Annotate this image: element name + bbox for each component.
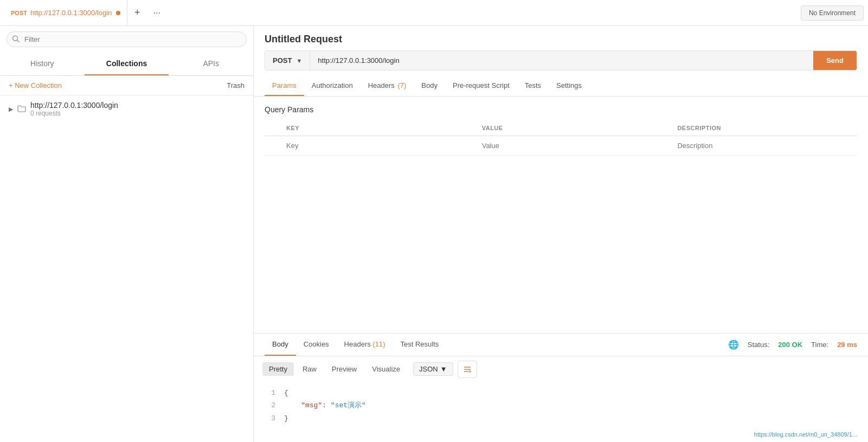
code-line-2: 2 "msg": "set演示" [265, 399, 857, 412]
send-button[interactable]: Send [813, 51, 857, 70]
code-line-1: 1 { [265, 387, 857, 399]
resp-tab-test-results[interactable]: Test Results [393, 334, 447, 356]
time-label: Time: [811, 341, 828, 349]
status-value: 200 OK [778, 341, 802, 349]
params-key-header: KEY [281, 120, 477, 136]
tab-url: http://127.0.0.1:3000/login [30, 9, 112, 17]
tab-params[interactable]: Params [265, 76, 304, 96]
new-collection-button[interactable]: + New Collection [9, 81, 62, 89]
sidebar-tab-collections[interactable]: Collections [85, 53, 169, 75]
search-wrap [7, 31, 247, 47]
response-body-code: 1 { 2 "msg": "set演示" 3 } [254, 382, 868, 429]
request-title: Untitled Request [254, 26, 868, 50]
unsaved-dot [116, 11, 120, 15]
params-section: Query Params KEY VALUE DESCRIPTION [254, 97, 868, 333]
resp-tab-cookies[interactable]: Cookies [296, 334, 337, 356]
format-raw-button[interactable]: Raw [296, 362, 323, 376]
params-row-key[interactable] [281, 136, 477, 156]
tab-settings[interactable]: Settings [549, 76, 589, 96]
request-panel: Untitled Request POST ▼ Send Params Auth… [254, 26, 868, 442]
tab-tests[interactable]: Tests [517, 76, 549, 96]
filter-input[interactable] [7, 31, 247, 47]
sidebar-actions: + New Collection Trash [0, 76, 253, 95]
method-label: POST [273, 56, 292, 65]
svg-line-1 [17, 40, 20, 42]
json-key-msg: "msg" [301, 401, 322, 409]
request-tab[interactable]: POST http://127.0.0.1:3000/login [4, 0, 127, 25]
sidebar-tab-apis[interactable]: APIs [169, 53, 253, 75]
more-tabs-button[interactable]: ··· [147, 3, 166, 23]
params-desc-header: DESCRIPTION [672, 120, 857, 136]
format-pretty-button[interactable]: Pretty [262, 362, 294, 376]
format-preview-button[interactable]: Preview [325, 362, 363, 376]
tab-prerequest[interactable]: Pre-request Script [445, 76, 517, 96]
params-value-header: VALUE [477, 120, 672, 136]
tab-method: POST [11, 10, 27, 16]
sidebar-search-area [0, 26, 253, 53]
method-selector[interactable]: POST ▼ [265, 51, 310, 70]
json-colon: : [322, 401, 326, 409]
resp-headers-badge: (11) [372, 340, 385, 348]
tab-body[interactable]: Body [414, 76, 445, 96]
resp-tab-headers[interactable]: Headers (11) [337, 334, 393, 356]
environment-selector[interactable]: No Environment [801, 5, 864, 21]
code-line-3: 3 } [265, 412, 857, 425]
params-row-value[interactable] [477, 136, 672, 156]
resp-tab-body[interactable]: Body [265, 334, 296, 356]
globe-icon: 🌐 [728, 339, 739, 350]
headers-badge: (7) [397, 81, 406, 89]
params-empty-row [265, 136, 857, 156]
time-value: 29 ms [837, 341, 857, 349]
top-tab-bar: POST http://127.0.0.1:3000/login + ··· N… [0, 0, 868, 26]
sidebar: History Collections APIs + New Collectio… [0, 26, 254, 442]
status-label: Status: [748, 341, 769, 349]
format-visualize-button[interactable]: Visualize [365, 362, 407, 376]
line-number-2: 2 [265, 399, 275, 412]
tab-headers[interactable]: Headers (7) [361, 76, 414, 96]
query-params-title: Query Params [265, 105, 857, 114]
response-status-info: 🌐 Status: 200 OK Time: 29 ms [728, 339, 857, 350]
add-tab-button[interactable]: + [127, 3, 147, 23]
json-value-msg: "set演示" [331, 401, 366, 409]
collection-info: http://127.0.0.1:3000/login 0 requests [30, 101, 118, 117]
method-dropdown-icon: ▼ [296, 57, 302, 64]
search-icon [12, 35, 20, 44]
desc-input[interactable] [677, 142, 852, 150]
params-check-col [265, 120, 281, 136]
main-layout: History Collections APIs + New Collectio… [0, 26, 868, 442]
collection-name: http://127.0.0.1:3000/login [30, 101, 118, 110]
footer-link[interactable]: https://blog.csdn.net/m0_un_34809/1... [254, 429, 868, 442]
request-tabs: Params Authorization Headers (7) Body Pr… [254, 76, 868, 97]
sidebar-tab-history[interactable]: History [0, 53, 85, 75]
folder-icon [17, 105, 26, 114]
params-row-check [265, 136, 281, 156]
url-bar: POST ▼ Send [265, 50, 857, 71]
chevron-right-icon: ▶ [9, 106, 13, 113]
line-3-content: } [284, 412, 288, 425]
trash-button[interactable]: Trash [227, 81, 245, 89]
line-1-content: { [284, 387, 288, 399]
line-number-1: 1 [265, 387, 275, 399]
format-type-selector[interactable]: JSON ▼ [413, 362, 453, 376]
value-input[interactable] [482, 142, 667, 150]
collection-item[interactable]: ▶ http://127.0.0.1:3000/login 0 requests [0, 95, 253, 123]
format-type-label: JSON [419, 365, 438, 373]
params-header-row: KEY VALUE DESCRIPTION [265, 120, 857, 136]
line-2-content: "msg": "set演示" [284, 399, 366, 412]
params-row-desc[interactable] [672, 136, 857, 156]
url-input[interactable] [310, 51, 813, 70]
response-tabs-bar: Body Cookies Headers (11) Test Results 🌐… [254, 334, 868, 356]
response-panel: Body Cookies Headers (11) Test Results 🌐… [254, 333, 868, 442]
params-table: KEY VALUE DESCRIPTION [265, 120, 857, 156]
tab-authorization[interactable]: Authorization [304, 76, 361, 96]
line-number-3: 3 [265, 412, 275, 425]
key-input[interactable] [286, 142, 471, 150]
sidebar-tabs: History Collections APIs [0, 53, 253, 76]
collection-requests-count: 0 requests [30, 110, 118, 117]
wrap-button[interactable] [458, 361, 477, 378]
response-format-bar: Pretty Raw Preview Visualize JSON ▼ [254, 356, 868, 382]
format-type-chevron: ▼ [440, 365, 447, 373]
